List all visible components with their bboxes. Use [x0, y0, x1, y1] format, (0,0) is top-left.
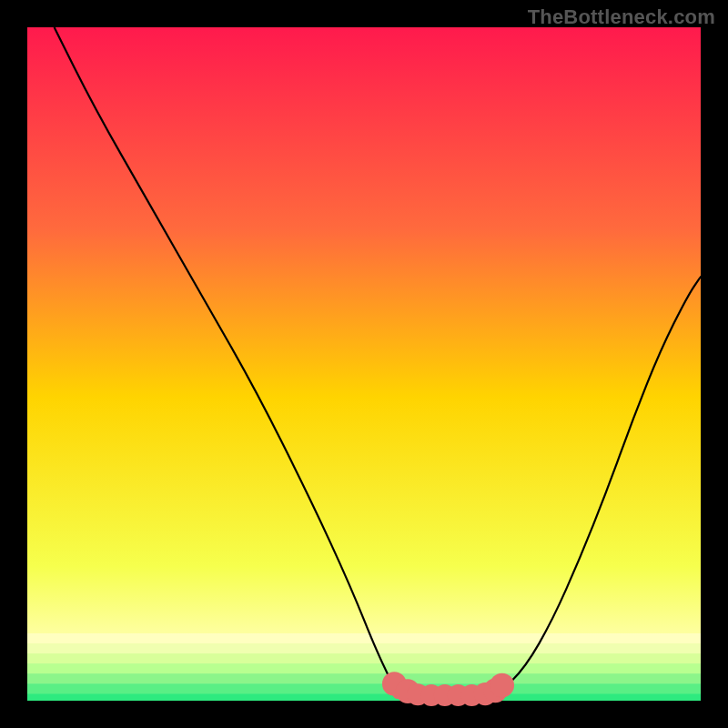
svg-rect-6: [27, 694, 701, 701]
bottom-color-bands: [27, 633, 701, 701]
svg-rect-3: [27, 663, 701, 673]
marker-dot: [490, 673, 514, 698]
chart-frame: { "watermark": "TheBottleneck.com", "col…: [0, 0, 728, 728]
svg-rect-0: [27, 633, 701, 643]
bottleneck-chart: [0, 0, 728, 728]
svg-rect-5: [27, 684, 701, 694]
svg-rect-1: [27, 643, 701, 653]
svg-rect-2: [27, 653, 701, 663]
svg-rect-4: [27, 673, 701, 683]
watermark-text: TheBottleneck.com: [528, 5, 715, 29]
plot-gradient-background: [27, 27, 701, 701]
